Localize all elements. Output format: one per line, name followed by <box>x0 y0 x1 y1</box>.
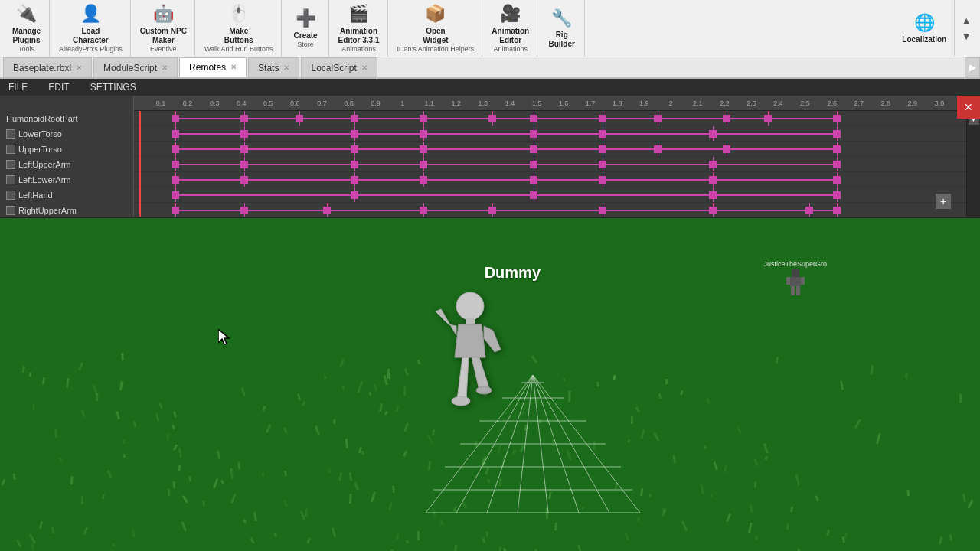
zoom-plus-icon[interactable]: + <box>936 194 951 209</box>
manage-plugins-sublabel: Tools <box>18 45 34 54</box>
toolbar-rig-builder[interactable]: 🔧 RigBuilder <box>539 0 585 57</box>
arrow-down-icon[interactable]: ▼ <box>961 30 972 42</box>
ruler-mark-0.7: 0.7 <box>317 99 327 107</box>
keyframe-area[interactable] <box>134 111 966 217</box>
arrow-up-icon[interactable]: ▲ <box>961 15 972 27</box>
menu-file[interactable]: FILE <box>4 80 32 94</box>
keyframe-vline <box>244 203 245 217</box>
track-leftupperarm-checkbox[interactable] <box>6 160 15 169</box>
small-char-sprite <box>784 268 807 302</box>
grass-dot <box>753 458 758 467</box>
make-buttons-label: MakeButtons <box>224 27 253 45</box>
keyframe-vline <box>837 187 838 202</box>
ruler-mark-1.9: 1.9 <box>639 99 649 107</box>
track-row-uppertorso: UpperTorso <box>0 142 133 157</box>
toolbar-create[interactable]: ➕ Create Store <box>283 0 329 57</box>
grass-dot <box>243 520 247 523</box>
tab-modulescript[interactable]: ModuleScript ✕ <box>93 57 178 77</box>
svg-rect-1 <box>790 277 801 286</box>
track-lefthand-checkbox[interactable] <box>6 191 15 200</box>
ruler-mark-2.3: 2.3 <box>746 99 756 107</box>
keyframe-track-5[interactable] <box>134 187 966 203</box>
localization-icon: 🌐 <box>914 12 935 34</box>
keyframe-track-2[interactable] <box>134 142 966 157</box>
toolbar-load-character[interactable]: 👤 LoadCharacter AlreadyPro's Plugins <box>51 0 131 57</box>
ruler-mark-2.5: 2.5 <box>800 99 810 107</box>
create-icon: ➕ <box>296 8 316 30</box>
tab-remotes-close[interactable]: ✕ <box>230 63 237 71</box>
tab-localscript[interactable]: LocalScript ✕ <box>301 57 377 77</box>
track-lowertorso-checkbox[interactable] <box>6 129 15 139</box>
3d-viewport[interactable]: Dummy JusticeTheSuperGro <box>0 218 980 551</box>
tab-localscript-close[interactable]: ✕ <box>361 64 368 72</box>
track-leftlowerarm-checkbox[interactable] <box>6 175 15 184</box>
grass-dot <box>266 424 271 432</box>
keyframe-connector-line-2 <box>175 148 837 150</box>
grass-dot <box>395 406 399 413</box>
grass-dot <box>284 471 287 476</box>
svg-rect-4 <box>791 286 795 295</box>
menu-settings[interactable]: SETTINGS <box>86 80 141 94</box>
keyframe-vline <box>603 111 603 126</box>
grass-dot <box>387 369 390 379</box>
grass-dot <box>230 468 233 472</box>
grass-dot <box>710 494 713 498</box>
grass-dot <box>755 535 757 540</box>
grass-dot <box>371 491 376 502</box>
tab-baseplate[interactable]: Baseplate.rbxl ✕ <box>3 57 92 77</box>
ruler-mark-0.2: 0.2 <box>183 99 193 107</box>
playhead[interactable] <box>139 111 141 217</box>
grass-dot <box>665 378 668 383</box>
toolbar-make-buttons[interactable]: 🖱️ MakeButtons Walk And Run Buttons <box>197 0 282 57</box>
grass-dot <box>173 481 175 488</box>
toolbar-manage-plugins[interactable]: 🔌 ManagePlugins Tools <box>4 0 50 57</box>
track-rightupperarm-checkbox[interactable] <box>6 206 15 215</box>
keyframe-track-3[interactable] <box>134 157 966 172</box>
tab-scroll-right[interactable]: ▶ <box>965 57 980 77</box>
create-label: Create <box>294 31 318 41</box>
track-lowertorso-label: LowerTorso <box>18 129 62 139</box>
keyframe-vline <box>175 172 176 187</box>
svg-marker-26 <box>457 357 469 399</box>
keyframe-track-4[interactable] <box>134 172 966 187</box>
tab-baseplate-close[interactable]: ✕ <box>76 64 82 72</box>
grass-dot <box>213 478 218 488</box>
animation-editor-sublabel: Animations <box>341 45 376 54</box>
track-row-humanoid: HumanoidRootPart <box>0 111 133 126</box>
keyframe-vline <box>354 172 355 187</box>
grass-dot <box>298 393 302 400</box>
animation-editor2-label: AnimationEditor <box>492 27 529 45</box>
grass-dot <box>220 479 224 484</box>
tab-stats[interactable]: Stats ✕ <box>248 57 299 77</box>
keyframe-vline <box>713 126 714 141</box>
toolbar-animation-editor2[interactable]: 🎥 AnimationEditor Animations <box>484 0 537 57</box>
grass-dot <box>577 545 582 551</box>
ruler-mark-3.0: 3.0 <box>935 99 945 107</box>
toolbar-localization[interactable]: 🌐 Localization <box>894 0 955 57</box>
toolbar-custom-npc[interactable]: 🤖 Custom NPCMaker Eventive <box>132 0 195 57</box>
keyframe-vline <box>175 111 176 126</box>
keyframe-vline <box>534 126 534 141</box>
tab-stats-close[interactable]: ✕ <box>283 64 289 72</box>
keyframe-track-6[interactable] <box>134 203 966 217</box>
keyframe-track-0[interactable] <box>134 111 966 126</box>
grass-dot <box>658 393 662 399</box>
timeline-area[interactable]: 0.10.20.30.40.50.60.70.80.911.11.21.31.4… <box>134 96 966 217</box>
keyframe-vline <box>603 126 603 141</box>
track-uppertorso-checkbox[interactable] <box>6 145 15 154</box>
tab-modulescript-close[interactable]: ✕ <box>162 64 168 72</box>
grass-dot <box>78 362 83 370</box>
close-animation-editor-button[interactable]: ✕ <box>957 96 980 119</box>
menu-edit[interactable]: EDIT <box>44 80 74 94</box>
grass-dot <box>392 486 395 494</box>
tab-remotes[interactable]: Remotes ✕ <box>179 57 247 77</box>
keyframe-vline <box>837 111 838 126</box>
grass-dot <box>216 450 221 460</box>
svg-marker-30 <box>455 324 485 357</box>
ruler-mark-0.3: 0.3 <box>210 99 220 107</box>
toolbar-open-widget[interactable]: 📦 OpenWidget ICan's Animation Helpers <box>390 0 483 57</box>
grass-dot <box>262 406 266 411</box>
toolbar-animation-editor[interactable]: 🎬 AnimationEditor 3.3.1 Animations <box>331 0 388 57</box>
keyframe-track-1[interactable] <box>134 126 966 142</box>
grass-dot <box>92 384 97 395</box>
